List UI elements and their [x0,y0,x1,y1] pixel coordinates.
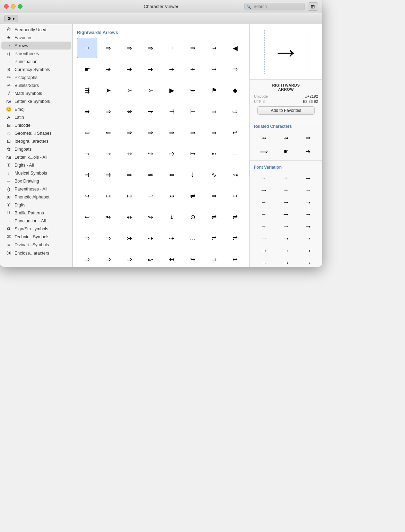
char-cell[interactable]: ⇒ [204,186,224,206]
char-cell[interactable]: ⇌ [225,207,245,227]
char-cell[interactable]: ➜ [140,59,161,79]
sidebar-item-technic[interactable]: ⌘Technic...Symbols [1,233,71,241]
font-var-15[interactable]: → [253,233,274,244]
char-cell[interactable]: ➔ [119,59,140,79]
font-var-11[interactable]: → [298,209,319,220]
sidebar-item-divinati[interactable]: ≡Divinati...Symbols [1,241,71,249]
char-cell[interactable]: ↩ [225,249,245,267]
font-var-19[interactable]: → [275,245,297,256]
add-favorites-button[interactable]: Add to Favorites [257,106,315,115]
char-cell[interactable]: → [161,38,182,58]
font-var-2[interactable]: → [298,172,319,184]
char-cell[interactable]: ↤ [161,249,182,267]
char-cell[interactable]: ↦ [225,186,245,206]
char-cell[interactable]: ⇉ [77,165,97,185]
sidebar-item-letterlike[interactable]: №Letterlike Symbols [1,97,71,105]
char-cell[interactable]: ◀ [225,38,245,58]
char-cell[interactable]: ➙ [161,59,182,79]
char-cell[interactable]: ⇾ [98,143,118,164]
char-cell[interactable]: ⇒ [119,122,140,143]
sidebar-item-box-drawing[interactable]: ─Box Drawing [1,177,71,185]
sidebar-item-letterlike-all[interactable]: №Letterlik...ols - All [1,153,71,161]
char-cell[interactable]: ⇒ [77,249,97,267]
char-cell[interactable]: ⇢ [140,228,161,248]
related-char-5[interactable]: ➔ [298,145,319,158]
sidebar-item-unicode[interactable]: ⊞Unicode [1,121,71,129]
font-var-17[interactable]: → [298,233,319,244]
sidebar-item-braille[interactable]: ⠿Braille Patterns [1,209,71,217]
font-var-21[interactable]: → [253,257,274,267]
related-char-2[interactable]: ⇒ [298,132,319,144]
font-var-10[interactable]: → [275,209,297,220]
minimize-button[interactable] [11,4,16,9]
char-cell[interactable]: ⇒ [225,59,245,79]
char-cell[interactable]: ↩ [77,207,97,227]
char-cell[interactable]: ➥ [183,80,203,100]
char-cell[interactable]: ☛ [77,59,97,79]
char-cell[interactable]: ⇦ [77,122,97,143]
font-var-7[interactable]: → [275,197,297,208]
char-cell[interactable]: ⇸ [119,143,140,164]
font-var-0[interactable]: → [253,172,274,184]
char-cell[interactable]: — [225,143,245,164]
sidebar-item-dingbats[interactable]: ✿Dingbats [1,145,71,153]
char-cell[interactable]: ⊣ [161,101,182,122]
font-var-8[interactable]: → [298,197,319,208]
char-cell[interactable]: ⇒ [204,249,224,267]
char-cell[interactable]: ⊙ [183,207,203,227]
font-var-6[interactable]: → [253,197,274,208]
font-var-13[interactable]: → [275,221,297,232]
sidebar-item-pictographs[interactable]: ✏Pictographs [1,73,71,81]
char-cell[interactable]: ➡ [77,101,97,122]
char-cell[interactable]: ⇒ [98,228,118,248]
font-var-3[interactable]: → [253,185,274,196]
font-var-9[interactable]: → [253,209,274,220]
char-cell[interactable]: ↦ [98,186,118,206]
char-cell[interactable]: ⇌ [204,228,224,248]
sidebar-item-punctuation-all[interactable]: ··Punctuation - All [1,217,71,225]
char-cell[interactable]: ➢ [119,80,140,100]
font-var-16[interactable]: → [275,233,297,244]
char-cell[interactable]: ⇢ [204,38,224,58]
char-cell[interactable]: ⇐ [98,122,118,143]
sidebar-item-phonetic[interactable]: æPhonetic Alphabet [1,193,71,201]
maximize-button[interactable] [18,4,23,9]
char-cell[interactable]: ↣ [161,186,182,206]
char-cell[interactable]: ⇒ [161,122,182,143]
char-cell[interactable]: ⇒ [98,101,118,122]
sidebar-item-geometric[interactable]: ◇Geometr...l Shapes [1,129,71,137]
char-cell[interactable]: ↬ [140,207,161,227]
related-char-1[interactable]: ↠ [275,132,297,144]
char-cell[interactable]: ⇌ [204,207,224,227]
char-cell[interactable]: ⇶ [77,80,97,100]
sidebar-item-currency[interactable]: $Currency Symbols [1,65,71,73]
related-char-3[interactable]: ⟹ [253,145,274,158]
sidebar-item-digits-all[interactable]: ①Digits - All [1,161,71,169]
char-cell[interactable]: ↪ [183,249,203,267]
char-cell[interactable]: ↬ [98,207,118,227]
char-cell[interactable]: ➝ [204,59,224,79]
char-cell[interactable]: ↜ [140,249,161,267]
char-cell[interactable]: ⇒ [204,122,224,143]
char-cell[interactable]: ↩ [225,122,245,143]
font-var-18[interactable]: → [253,245,274,256]
char-cell[interactable]: ➤ [98,80,118,100]
char-cell[interactable]: ➣ [140,80,161,100]
char-cell[interactable]: ⇒ [183,122,203,143]
char-cell[interactable]: ➱ [161,143,182,164]
char-cell[interactable]: ⇌ [183,186,203,206]
char-cell[interactable]: ⇒ [183,38,203,58]
char-cell[interactable]: ↦ [119,186,140,206]
search-input[interactable] [244,3,305,10]
char-cell[interactable]: ➔ [98,59,118,79]
sidebar-item-musical[interactable]: ♪Musical Symbols [1,169,71,177]
sidebar-item-parentheses-all[interactable]: ()Parentheses - All [1,185,71,193]
char-cell[interactable]: ⇀ [140,186,161,206]
sidebar-item-sign-sta[interactable]: ♻Sign/Sta...ymbols [1,225,71,233]
sidebar-item-arrows[interactable]: →Arrows [1,42,71,50]
grid-view-button[interactable]: ⊞ [308,2,318,11]
sidebar-item-latin[interactable]: ALatin [1,113,71,121]
char-cell[interactable]: ⚑ [204,80,224,100]
char-cell[interactable]: ⇒ [140,38,161,58]
char-cell[interactable]: ⇃ [183,165,203,185]
